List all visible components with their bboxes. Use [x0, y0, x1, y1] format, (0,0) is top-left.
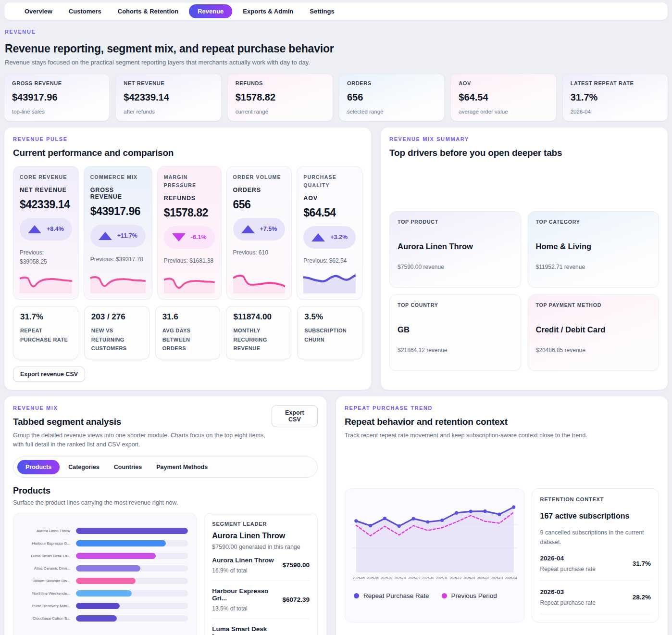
stat-value: 31.7% [20, 312, 71, 322]
pulse-card-metric: GROSS REVENUE [90, 187, 146, 200]
pulse-card-refunds: MARGIN PRESSURE REFUNDS $1578.82 -6.1% P… [157, 166, 222, 300]
pulse-card-value: $43917.96 [90, 205, 146, 218]
page-subtitle: Revenue stays focused on the practical s… [5, 59, 667, 66]
bar-row: Pulse Recovery Mas... [18, 603, 188, 609]
bar-row: Luma Smart Desk La... [18, 553, 188, 559]
bar-track [76, 528, 188, 534]
revenue-mix-panel: REVENUE MIX Tabbed segment analysis Grou… [4, 396, 327, 635]
bar-fill [76, 540, 166, 546]
kpi-label: NET REVENUE [124, 80, 213, 86]
retention-context-card: RETENTION CONTEXT 167 active subscriptio… [532, 488, 659, 622]
segment-leader-card: SEGMENT LEADER Aurora Linen Throw $7590.… [204, 513, 318, 635]
nav-item-exports-admin[interactable]: Exports & Admin [237, 4, 299, 18]
pulse-card-metric: NET REVENUE [20, 187, 72, 193]
kpi-value: 656 [347, 92, 436, 103]
leader-row-name: Luma Smart Desk Lamp [212, 625, 282, 635]
stat-tile-avg-days: 31.6 AVG DAYS BETWEEN ORDERS [155, 306, 221, 359]
driver-name: Home & Living [536, 242, 651, 251]
driver-card-top-category: TOP CATEGORY Home & Living $11952.71 rev… [528, 211, 659, 288]
sparkline-chart [164, 272, 215, 293]
nav-item-customers[interactable]: Customers [63, 4, 107, 18]
pulse-card-gross-revenue: COMMERCE MIX GROSS REVENUE $43917.96 +11… [84, 166, 152, 300]
kpi-value: $43917.96 [12, 92, 101, 103]
mix-summary-title: Top drivers before you open deeper tabs [389, 148, 659, 158]
export-revenue-csv-button[interactable]: Export revenue CSV [13, 367, 85, 382]
kpi-value: 31.7% [571, 92, 660, 103]
pulse-card-kicker: COMMERCE MIX [90, 173, 146, 181]
tab-countries[interactable]: Countries [108, 460, 148, 474]
tab-categories[interactable]: Categories [62, 460, 105, 474]
bar-fill [76, 565, 140, 572]
revenue-pulse-panel: REVENUE PULSE Current performance and co… [4, 127, 372, 390]
kpi-card-gross-revenue: GROSS REVENUE $43917.96 top-line sales [4, 74, 110, 121]
pulse-cards: CORE REVENUE NET REVENUE $42339.14 +8.4%… [13, 166, 362, 300]
tab-products[interactable]: Products [17, 460, 60, 474]
retention-kicker: RETENTION CONTEXT [540, 496, 651, 502]
sparkline-chart [233, 272, 286, 293]
delta-badge: +3.2% [303, 226, 356, 249]
bar-track [76, 603, 188, 609]
kpi-label: ORDERS [347, 80, 436, 86]
retention-period: 2026-03 [540, 588, 595, 596]
bar-row: Aurora Linen Throw [18, 528, 188, 534]
tab-payment-methods[interactable]: Payment Methods [150, 460, 213, 474]
nav-item-settings[interactable]: Settings [304, 4, 340, 18]
stat-label: NEW VS RETURNING CUSTOMERS [91, 326, 142, 353]
retention-row-label: Repeat purchase rate [540, 599, 595, 606]
leader-row-name: Harbour Espresso Gri... [212, 587, 282, 602]
products-bar-chart: Aurora Linen ThrowHarbour Espresso G...L… [13, 513, 197, 635]
bar-fill [76, 528, 188, 534]
driver-card-top-product: TOP PRODUCT Aurora Linen Throw $7590.00 … [389, 211, 521, 288]
x-axis-tick-label: 2026-01 [463, 576, 475, 580]
sparkline-chart [90, 272, 146, 293]
previous-value: Previous: 610 [233, 248, 286, 257]
pulse-card-aov: PURCHASE QUALITY AOV $64.54 +3.2% Previo… [297, 166, 362, 300]
bar-fill [76, 578, 136, 584]
x-axis-tick-label: 2025-05 [353, 576, 365, 580]
retention-row-label: Repeat purchase rate [540, 566, 595, 572]
nav-item-cohorts-retention[interactable]: Cohorts & Retention [112, 4, 184, 18]
bar-track [76, 565, 188, 572]
pulse-card-value: 656 [233, 198, 286, 211]
delta-value: -6.1% [191, 234, 207, 241]
pulse-card-metric: AOV [303, 195, 356, 202]
nav-item-overview[interactable]: Overview [19, 4, 58, 18]
previous-value: Previous: $62.54 [303, 256, 356, 266]
kpi-card-aov: AOV $64.54 average order value [450, 74, 556, 121]
revenue-dashboard-page: Overview Customers Cohorts & Retention R… [0, 0, 672, 635]
delta-value: +3.2% [330, 234, 348, 241]
nav-item-revenue[interactable]: Revenue [189, 4, 232, 18]
x-axis-tick-label: 2025-11 [436, 576, 448, 580]
kpi-sub: top-line sales [12, 109, 101, 114]
driver-kicker: TOP COUNTRY [398, 302, 512, 308]
bar-track [76, 540, 188, 546]
repeat-title: Repeat behavior and retention context [345, 417, 659, 427]
repeat-trend-chart-card: 2025-052025-062025-072025-082025-092025-… [345, 488, 525, 622]
x-axis-tick-label: 2025-10 [422, 576, 434, 580]
driver-name: GB [398, 325, 512, 334]
delta-value: +11.7% [117, 232, 137, 239]
leader-row-share: 16.9% of total [212, 567, 274, 574]
arrow-up-icon [28, 225, 41, 233]
x-axis-tick-label: 2026-04 [505, 576, 517, 580]
leader-row: Luma Smart Desk Lamp 12.1% of total $541… [212, 619, 310, 635]
kpi-card-net-revenue: NET REVENUE $42339.14 after refunds [115, 74, 221, 121]
products-section-title: Products [13, 486, 318, 496]
driver-kicker: TOP PRODUCT [398, 219, 512, 225]
pulse-card-kicker: PURCHASE QUALITY [303, 173, 356, 190]
bar-row: Harbour Espresso G... [18, 540, 188, 546]
kpi-card-orders: ORDERS 656 selected range [339, 74, 445, 121]
page-header: REVENUE Revenue reporting, segment mix, … [4, 20, 668, 66]
pulse-card-kicker: CORE REVENUE [20, 173, 72, 181]
trend-legend: Repeat Purchase Rate Previous Period [352, 592, 518, 599]
driver-card-top-payment-method: TOP PAYMENT METHOD Credit / Debit Card $… [528, 294, 659, 371]
revenue-mix-summary-panel: REVENUE MIX SUMMARY Top drivers before y… [380, 127, 668, 390]
stat-tile-new-vs-returning: 203 / 276 NEW VS RETURNING CUSTOMERS [84, 306, 149, 359]
arrow-down-icon [172, 233, 186, 241]
export-csv-button[interactable]: Export CSV [272, 405, 318, 427]
retention-row: 2026-04 Repeat purchase rate 31.7% [540, 547, 651, 581]
bar-track [76, 615, 188, 622]
bar-category-label: Bloom Skincare Dis... [18, 579, 70, 583]
repeat-kicker: REPEAT PURCHASE TREND [345, 405, 659, 411]
driver-kicker: TOP PAYMENT METHOD [536, 302, 651, 308]
